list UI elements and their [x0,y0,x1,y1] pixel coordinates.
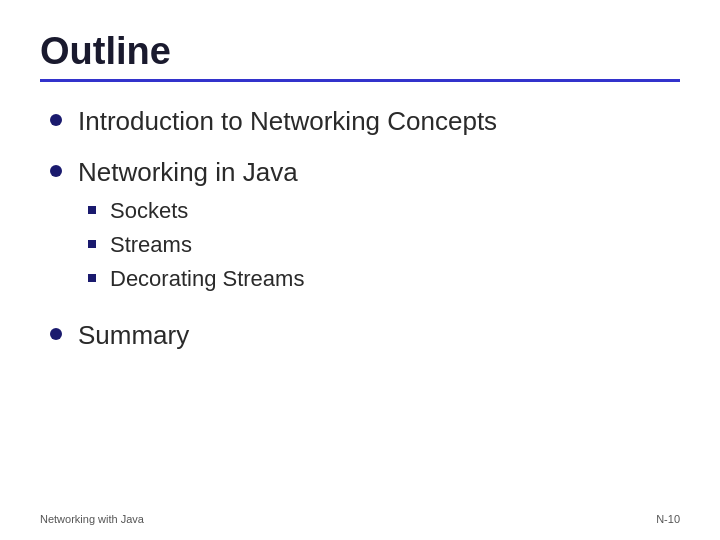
content-area: Introduction to Networking Concepts Netw… [40,106,680,351]
sub-item-decorating: Decorating Streams [88,266,304,292]
sub-item-sockets: Sockets [88,198,304,224]
sub-bullet-streams [88,240,96,248]
bullet-item-networking: Networking in Java Sockets Streams Decor… [50,157,680,300]
bullet-dot-intro [50,114,62,126]
sub-bullet-decorating [88,274,96,282]
sub-item-streams: Streams [88,232,304,258]
bullet-text-summary: Summary [78,320,189,351]
bullet-item-summary: Summary [50,320,680,351]
title-section: Outline [40,30,680,82]
title-underline [40,79,680,82]
bullet-item-intro: Introduction to Networking Concepts [50,106,680,137]
slide-footer: Networking with Java N-10 [40,513,680,525]
sub-list-networking: Sockets Streams Decorating Streams [78,198,304,292]
footer-right: N-10 [656,513,680,525]
slide: Outline Introduction to Networking Conce… [0,0,720,540]
bullet-text-intro: Introduction to Networking Concepts [78,106,497,137]
bullet-dot-networking [50,165,62,177]
bullet-dot-summary [50,328,62,340]
slide-title: Outline [40,30,680,73]
bullet-content-networking: Networking in Java Sockets Streams Decor… [78,157,304,300]
sub-bullet-sockets [88,206,96,214]
footer-left: Networking with Java [40,513,144,525]
